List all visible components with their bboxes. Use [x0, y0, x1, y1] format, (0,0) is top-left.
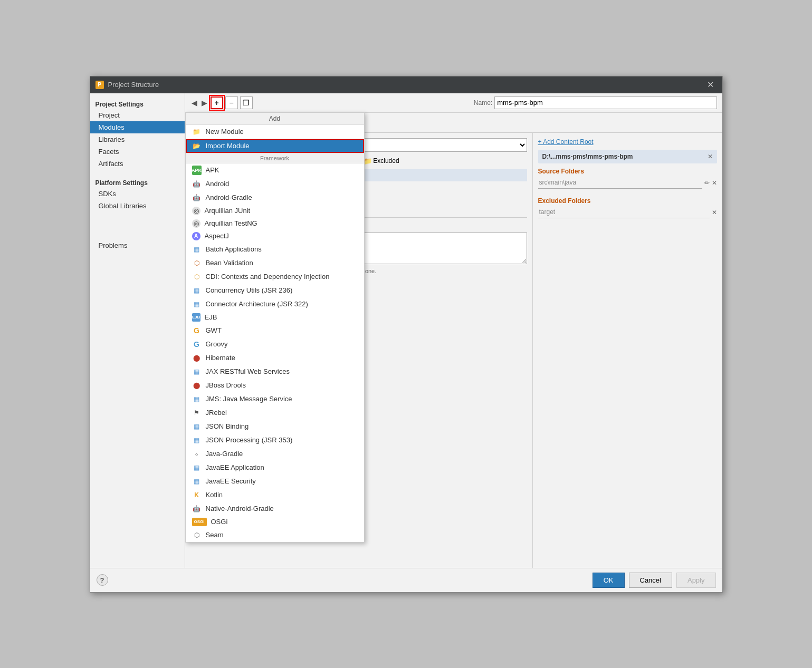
menu-item-apk[interactable]: APK APK — [186, 163, 364, 177]
menu-item-json-processing[interactable]: ▦ JSON Processing (JSR 353) — [186, 433, 364, 447]
gwt-label: GWT — [206, 326, 222, 334]
ok-button[interactable]: OK — [593, 573, 625, 588]
copy-button[interactable]: ❐ — [240, 96, 253, 109]
main-content: Project Settings Project Modules Librari… — [90, 93, 722, 568]
menu-item-concurrency[interactable]: ▦ Concurrency Utils (JSR 236) — [186, 284, 364, 297]
menu-item-groovy[interactable]: G Groovy — [186, 337, 364, 351]
sidebar-divider-2 — [90, 212, 185, 218]
new-module-item[interactable]: 📁 New Module — [186, 125, 364, 139]
cdi-label: CDI: Contexts and Dependency Injection — [206, 273, 330, 280]
menu-item-gwt[interactable]: G GWT — [186, 324, 364, 337]
source-folder-row: ✏ ✕ — [538, 177, 717, 189]
right-content: + Add Content Root D:\...mms-pms\mms-pms… — [532, 133, 722, 568]
add-content-root-btn[interactable]: + Add Content Root — [538, 138, 594, 146]
seam-label: Seam — [206, 531, 224, 539]
menu-item-android[interactable]: 🤖 Android — [186, 177, 364, 191]
bean-label: Bean Validation — [206, 259, 253, 267]
menu-item-jboss[interactable]: ⬤ JBoss Drools — [186, 379, 364, 392]
ejb-icon: EJB — [192, 313, 200, 322]
native-android-icon: 🤖 — [192, 504, 202, 514]
subtab-excluded[interactable]: 📁 Excluded — [359, 156, 403, 166]
title-bar: P Project Structure ✕ — [90, 76, 722, 93]
arquillian-testng-label: Arquillian TestNG — [205, 219, 257, 227]
root-path-close[interactable]: ✕ — [708, 153, 713, 160]
menu-item-native-android[interactable]: 🤖 Native-Android-Gradle — [186, 502, 364, 516]
close-button[interactable]: ✕ — [704, 80, 717, 90]
sidebar-item-libraries[interactable]: Libraries — [90, 133, 185, 146]
spacer — [538, 191, 717, 197]
menu-item-osgi[interactable]: OSGi OSGi — [186, 516, 364, 528]
cancel-button[interactable]: Cancel — [629, 573, 672, 588]
cdi-icon: ⬡ — [192, 272, 202, 282]
menu-item-arquillian-junit[interactable]: ◎ Arquillian JUnit — [186, 205, 364, 217]
menu-item-jrebel[interactable]: ⚑ JRebel — [186, 406, 364, 420]
sidebar-item-facets[interactable]: Facets — [90, 146, 185, 158]
back-arrow[interactable]: ◀ — [190, 98, 198, 108]
menu-item-jms[interactable]: ▦ JMS: Java Message Service — [186, 392, 364, 406]
menu-item-java-gradle[interactable]: ⬦ Java-Gradle — [186, 447, 364, 461]
source-folder-edit[interactable]: ✏ — [704, 179, 710, 187]
import-module-label: Import Module — [206, 142, 250, 150]
java-gradle-icon: ⬦ — [192, 449, 202, 459]
java-gradle-label: Java-Gradle — [206, 450, 243, 458]
excluded-folders-title: Excluded Folders — [538, 197, 717, 205]
menu-item-android-gradle[interactable]: 🤖 Android-Gradle — [186, 191, 364, 205]
remove-button[interactable]: − — [225, 96, 238, 109]
apply-button[interactable]: Apply — [676, 573, 716, 588]
menu-item-ejb[interactable]: EJB EJB — [186, 311, 364, 324]
javaee-security-icon: ▦ — [192, 477, 202, 486]
hibernate-icon: ⬤ — [192, 353, 202, 363]
bottom-right: OK Cancel Apply — [593, 573, 716, 588]
bean-icon: ⬡ — [192, 258, 202, 268]
module-name-input[interactable] — [494, 96, 717, 109]
aspectj-label: AspectJ — [205, 232, 229, 240]
osgi-icon: OSGi — [192, 518, 207, 526]
ejb-label: EJB — [205, 313, 217, 321]
sidebar-item-global-libraries[interactable]: Global Libraries — [90, 200, 185, 212]
menu-item-jax[interactable]: ▦ JAX RESTful Web Services — [186, 365, 364, 379]
jax-icon: ▦ — [192, 367, 202, 376]
concurrency-label: Concurrency Utils (JSR 236) — [206, 286, 293, 294]
menu-item-hibernate[interactable]: ⬤ Hibernate — [186, 351, 364, 365]
app-icon: P — [95, 81, 104, 89]
jms-label: JMS: Java Message Service — [206, 395, 292, 403]
framework-section-label: Framework — [186, 153, 364, 163]
add-menu-header: Add — [186, 113, 364, 125]
connector-icon: ▦ — [192, 299, 202, 309]
menu-item-kotlin[interactable]: K Kotlin — [186, 488, 364, 502]
menu-item-arquillian-testng[interactable]: ◎ Arquillian TestNG — [186, 217, 364, 230]
sidebar-item-artifacts[interactable]: Artifacts — [90, 158, 185, 170]
menu-item-javaee-security[interactable]: ▦ JavaEE Security — [186, 475, 364, 488]
menu-item-cdi[interactable]: ⬡ CDI: Contexts and Dependency Injection — [186, 270, 364, 284]
source-folder-input[interactable] — [538, 177, 702, 189]
sidebar-item-problems[interactable]: Problems — [90, 239, 185, 251]
javaee-app-label: JavaEE Application — [206, 463, 264, 471]
sidebar-item-project[interactable]: Project — [90, 109, 185, 121]
arquillian-testng-icon: ◎ — [192, 219, 200, 228]
batch-label: Batch Applications — [206, 245, 262, 253]
import-module-item[interactable]: 📂 Import Module — [186, 139, 364, 153]
groovy-icon: G — [192, 340, 202, 349]
project-settings-label: Project Settings — [90, 98, 185, 109]
new-module-icon: 📁 — [192, 127, 202, 137]
source-folder-close[interactable]: ✕ — [712, 179, 717, 187]
sidebar-item-sdks[interactable]: SDKs — [90, 188, 185, 200]
menu-item-seam[interactable]: ⬡ Seam — [186, 528, 364, 542]
forward-arrow[interactable]: ▶ — [200, 98, 208, 108]
menu-item-javaee-app[interactable]: ▦ JavaEE Application — [186, 461, 364, 475]
add-button[interactable]: + — [211, 96, 223, 109]
excluded-folder-input[interactable] — [538, 207, 710, 218]
android-gradle-label: Android-Gradle — [206, 193, 252, 201]
help-button[interactable]: ? — [97, 574, 108, 586]
menu-item-json-binding[interactable]: ▦ JSON Binding — [186, 420, 364, 433]
kotlin-icon: K — [192, 490, 202, 500]
android-gradle-icon: 🤖 — [192, 193, 202, 202]
menu-item-connector[interactable]: ▦ Connector Architecture (JSR 322) — [186, 297, 364, 311]
menu-item-bean-validation[interactable]: ⬡ Bean Validation — [186, 256, 364, 270]
json-binding-icon: ▦ — [192, 422, 202, 431]
dialog-title: Project Structure — [108, 81, 159, 89]
excluded-folder-close[interactable]: ✕ — [712, 209, 717, 216]
menu-item-aspectj[interactable]: A AspectJ — [186, 230, 364, 243]
menu-item-batch[interactable]: ▦ Batch Applications — [186, 243, 364, 256]
sidebar-item-modules[interactable]: Modules — [90, 121, 185, 133]
